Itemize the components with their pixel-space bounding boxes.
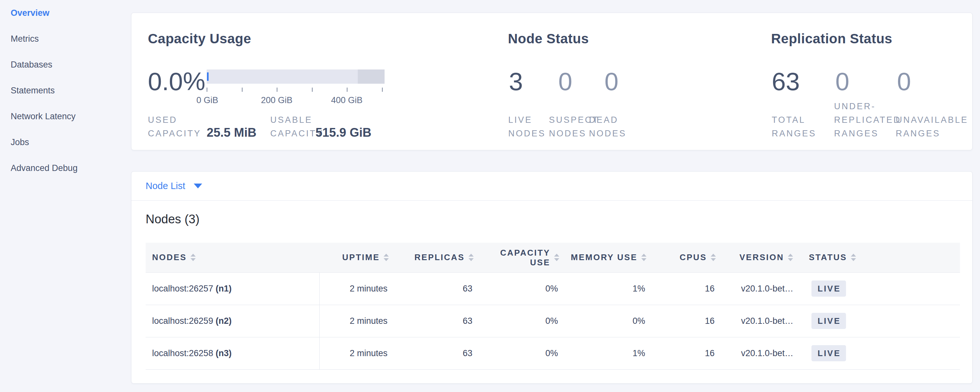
- axis-tick: [277, 88, 277, 92]
- column-header-nodes[interactable]: NODES: [146, 243, 319, 272]
- status-cell: LIVE: [809, 305, 960, 337]
- version-cell: v20.1.0-bet…: [716, 337, 809, 370]
- used-capacity-label: USED CAPACITY: [148, 113, 195, 140]
- live-nodes-label: LIVE NODES: [508, 113, 546, 140]
- cpus-cell: 16: [646, 337, 716, 370]
- cpus-cell: 16: [646, 272, 716, 305]
- usable-capacity-value: 515.9 GiB: [315, 126, 371, 140]
- column-header-label: MEMORY USE: [571, 252, 637, 262]
- cluster-summary-card: Capacity Usage 0.0% 0 GiB 200 GiB 400 Gi…: [131, 13, 972, 150]
- node-address-cell[interactable]: localhost:26259 (n2): [146, 305, 319, 337]
- sort-icon[interactable]: [788, 254, 793, 261]
- node-address-cell[interactable]: localhost:26257 (n1): [146, 272, 319, 305]
- node-list-dropdown[interactable]: Node List: [131, 172, 972, 201]
- node-status-section: Node Status 3 0 0 LIVE NODES SUSPECT NOD…: [508, 13, 770, 150]
- replication-status-section: Replication Status 63 0 0 TOTAL RANGES U…: [771, 13, 965, 150]
- uptime-cell: 2 minutes: [319, 272, 389, 305]
- column-header-uptime[interactable]: UPTIME: [319, 243, 389, 272]
- dead-nodes-label: DEAD NODES: [589, 113, 626, 140]
- column-header-label: STATUS: [809, 252, 847, 262]
- node-list-dropdown-label: Node List: [146, 181, 185, 191]
- node-id: (n1): [216, 284, 232, 293]
- sort-icon[interactable]: [554, 254, 559, 261]
- column-header-replicas[interactable]: REPLICAS: [389, 243, 474, 272]
- column-header-label: CAPACITY USE: [498, 248, 550, 267]
- sidebar-item-statements[interactable]: Statements: [0, 78, 131, 104]
- column-header-status[interactable]: STATUS: [809, 243, 960, 272]
- sort-icon[interactable]: [469, 254, 474, 261]
- capacity-bar-axis: 0 GiB 200 GiB 400 GiB: [207, 84, 385, 110]
- sort-icon[interactable]: [383, 254, 389, 261]
- axis-tick: [207, 88, 207, 92]
- table-header-row: NODES UPTIME REPLICAS CAPACITY USE MEMOR…: [146, 243, 960, 272]
- sidebar-item-jobs[interactable]: Jobs: [0, 129, 131, 155]
- replicas-cell: 63: [389, 305, 474, 337]
- cpus-cell: 16: [646, 305, 716, 337]
- status-badge: LIVE: [811, 280, 846, 297]
- capacity-bar-other-segment: [358, 70, 385, 84]
- used-capacity-value: 25.5 MiB: [207, 126, 256, 140]
- status-cell: LIVE: [809, 272, 960, 305]
- table-row[interactable]: localhost:26257 (n1) 2 minutes 63 0% 1% …: [146, 272, 960, 305]
- column-header-label: REPLICAS: [415, 252, 465, 262]
- usable-capacity-label: USABLE CAPACITY: [270, 113, 322, 140]
- total-ranges-label: TOTAL RANGES: [772, 113, 827, 140]
- replicas-cell: 63: [389, 272, 474, 305]
- sort-icon[interactable]: [851, 254, 856, 261]
- memory-use-cell: 1%: [559, 272, 646, 305]
- sort-icon[interactable]: [711, 254, 716, 261]
- uptime-cell: 2 minutes: [319, 305, 389, 337]
- capacity-used-percent: 0.0%: [148, 67, 205, 96]
- node-address: localhost:26259: [152, 316, 213, 326]
- table-row[interactable]: localhost:26259 (n2) 2 minutes 63 0% 0% …: [146, 305, 960, 337]
- column-header-capacity-use[interactable]: CAPACITY USE: [474, 243, 559, 272]
- axis-tick: [382, 88, 383, 92]
- axis-tick: [312, 88, 313, 92]
- memory-use-cell: 1%: [559, 337, 646, 370]
- capacity-bar-used-segment: [207, 72, 208, 81]
- suspect-nodes-count: 0: [558, 67, 572, 96]
- node-list-card: Node List Nodes (3) NODES UPTIME REPLICA…: [131, 171, 972, 384]
- column-header-label: NODES: [152, 252, 187, 262]
- column-header-cpus[interactable]: CPUS: [646, 243, 716, 272]
- total-ranges-count: 63: [772, 67, 800, 96]
- sidebar-item-advanced-debug[interactable]: Advanced Debug: [0, 155, 131, 181]
- node-address: localhost:26258: [152, 348, 213, 358]
- column-header-label: CPUS: [680, 252, 707, 262]
- sidebar-item-databases[interactable]: Databases: [0, 52, 131, 78]
- sort-icon[interactable]: [191, 254, 196, 261]
- column-header-label: UPTIME: [342, 252, 380, 262]
- column-header-memory-use[interactable]: MEMORY USE: [559, 243, 646, 272]
- column-header-label: VERSION: [740, 252, 784, 262]
- status-cell: LIVE: [809, 337, 960, 370]
- suspect-nodes-label: SUSPECT NODES: [549, 113, 586, 140]
- chevron-down-icon: [194, 183, 202, 188]
- nodes-heading: Nodes (3): [146, 212, 972, 226]
- axis-tick: [347, 88, 347, 92]
- axis-tick: [242, 88, 242, 92]
- node-address: localhost:26257: [152, 284, 213, 293]
- table-row[interactable]: localhost:26258 (n3) 2 minutes 63 0% 1% …: [146, 337, 960, 370]
- sidebar-item-network-latency[interactable]: Network Latency: [0, 104, 131, 129]
- capacity-usage-bar-chart: 0 GiB 200 GiB 400 GiB: [207, 70, 385, 110]
- replication-status-title: Replication Status: [771, 31, 892, 46]
- sidebar-item-overview[interactable]: Overview: [0, 0, 131, 26]
- capacity-use-cell: 0%: [474, 337, 559, 370]
- version-cell: v20.1.0-bet…: [716, 305, 809, 337]
- node-address-cell[interactable]: localhost:26258 (n3): [146, 337, 319, 370]
- unavailable-ranges-count: 0: [897, 67, 911, 96]
- unavailable-ranges-label: UNAVAILABLE RANGES: [896, 113, 951, 140]
- sidebar-item-metrics[interactable]: Metrics: [0, 26, 131, 52]
- capacity-usage-title: Capacity Usage: [148, 31, 251, 46]
- axis-tick-label: 200 GiB: [261, 95, 293, 105]
- uptime-cell: 2 minutes: [319, 337, 389, 370]
- dead-nodes-count: 0: [605, 67, 618, 96]
- sidebar: Overview Metrics Databases Statements Ne…: [0, 0, 131, 181]
- version-cell: v20.1.0-bet…: [716, 272, 809, 305]
- node-id: (n3): [216, 348, 232, 358]
- capacity-bar-track: [207, 70, 385, 84]
- sort-icon[interactable]: [641, 254, 646, 261]
- column-header-version[interactable]: VERSION: [716, 243, 809, 272]
- capacity-use-cell: 0%: [474, 305, 559, 337]
- status-badge: LIVE: [811, 345, 846, 361]
